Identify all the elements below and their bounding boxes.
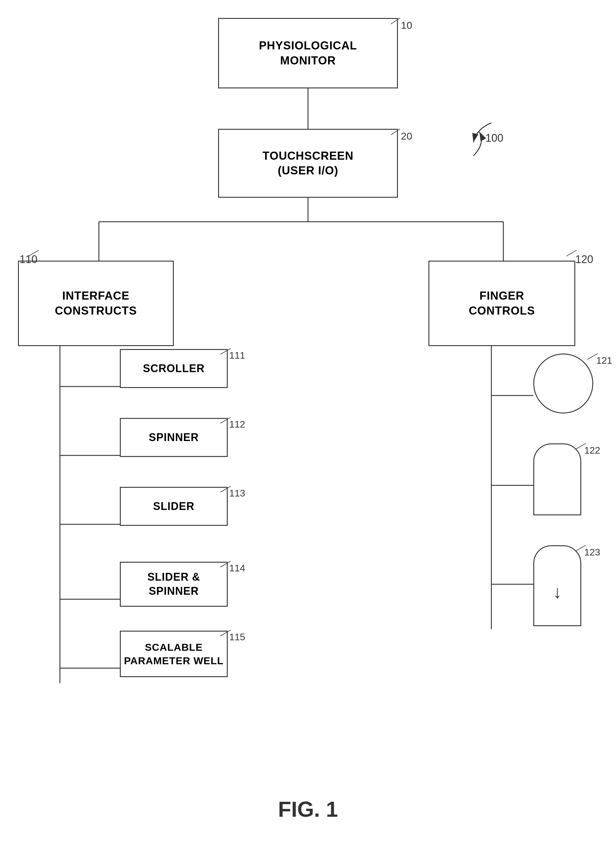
ref-114-tick bbox=[220, 560, 238, 569]
ref-123-tick bbox=[575, 544, 593, 553]
finger-controls-label: FINGERCONTROLS bbox=[469, 289, 535, 318]
svg-line-16 bbox=[391, 18, 400, 24]
svg-line-17 bbox=[391, 129, 400, 135]
finger-shape-121 bbox=[533, 353, 593, 413]
touchscreen-label: TOUCHSCREEN(USER I/O) bbox=[262, 149, 354, 178]
touchscreen-box: TOUCHSCREEN(USER I/O) bbox=[218, 129, 398, 198]
finger-shape-122 bbox=[533, 443, 581, 515]
physiological-monitor-label: PHYSIOLOGICALMONITOR bbox=[259, 38, 357, 68]
svg-line-23 bbox=[220, 486, 231, 492]
interface-constructs-box: INTERFACECONSTRUCTS bbox=[18, 261, 174, 346]
fig-label: FIG. 1 bbox=[218, 797, 398, 822]
svg-line-28 bbox=[575, 545, 586, 551]
spinner-box: SPINNER bbox=[120, 418, 228, 457]
svg-line-20 bbox=[566, 250, 577, 256]
ref-122-tick bbox=[575, 442, 593, 451]
ref-110-tick bbox=[28, 249, 46, 258]
slider-spinner-label: SLIDER &SPINNER bbox=[147, 570, 200, 598]
spinner-label: SPINNER bbox=[149, 431, 199, 444]
ref-120-tick bbox=[563, 249, 584, 258]
svg-line-26 bbox=[587, 353, 598, 359]
scalable-parameter-well-label: SCALABLEPARAMETER WELL bbox=[124, 640, 224, 667]
ref-20-tick bbox=[391, 127, 409, 136]
scroller-label: SCROLLER bbox=[143, 362, 205, 376]
finger-controls-box: FINGERCONTROLS bbox=[428, 261, 575, 346]
slider-label: SLIDER bbox=[153, 500, 194, 513]
svg-line-27 bbox=[575, 443, 586, 449]
slider-box: SLIDER bbox=[120, 487, 228, 526]
ref-121-tick bbox=[587, 352, 605, 361]
ref-111-tick bbox=[220, 347, 238, 356]
connectors-svg bbox=[0, 0, 616, 850]
ref-113-tick bbox=[220, 485, 238, 494]
scalable-parameter-well-box: SCALABLEPARAMETER WELL bbox=[120, 631, 228, 677]
physiological-monitor-box: PHYSIOLOGICALMONITOR bbox=[218, 18, 398, 88]
svg-line-24 bbox=[220, 561, 231, 567]
svg-line-25 bbox=[220, 630, 231, 636]
ref-115-tick bbox=[220, 629, 238, 638]
scroller-box: SCROLLER bbox=[120, 349, 228, 388]
ref-10-tick bbox=[391, 16, 409, 25]
svg-line-21 bbox=[220, 349, 231, 355]
interface-constructs-label: INTERFACECONSTRUCTS bbox=[55, 289, 137, 318]
ref-112-tick bbox=[220, 416, 238, 425]
diagram: PHYSIOLOGICALMONITOR 10 TOUCHSCREEN(USER… bbox=[0, 0, 616, 850]
ref-100-arrow bbox=[467, 120, 497, 147]
svg-line-19 bbox=[28, 250, 39, 256]
down-arrow-icon: ↓ bbox=[553, 582, 562, 602]
slider-spinner-box: SLIDER &SPINNER bbox=[120, 562, 228, 607]
finger-shape-123: ↓ bbox=[533, 545, 581, 626]
svg-line-22 bbox=[220, 418, 231, 424]
